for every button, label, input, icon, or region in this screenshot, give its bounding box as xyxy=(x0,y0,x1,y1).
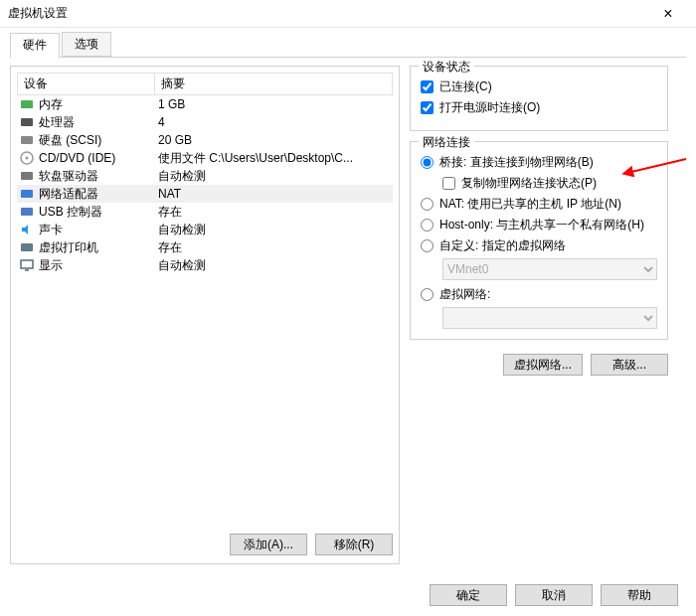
bridged-label: 桥接: 直接连接到物理网络(B) xyxy=(439,154,594,171)
table-header: 设备 摘要 xyxy=(17,73,393,95)
table-row[interactable]: 显示自动检测 xyxy=(17,256,393,274)
virtualnet-radio[interactable] xyxy=(421,288,434,301)
remove-button[interactable]: 移除(R) xyxy=(315,534,393,555)
hostonly-label: Host-only: 与主机共享一个私有网络(H) xyxy=(439,217,644,233)
device-name: 软盘驱动器 xyxy=(39,168,158,185)
bridged-radio[interactable] xyxy=(421,156,434,169)
device-name: USB 控制器 xyxy=(39,204,158,221)
device-summary: 20 GB xyxy=(158,133,391,147)
net-icon xyxy=(19,186,35,202)
device-summary: 1 GB xyxy=(158,97,391,111)
cancel-button[interactable]: 取消 xyxy=(515,584,593,606)
device-summary: 4 xyxy=(158,115,391,129)
device-summary: 存在 xyxy=(158,239,391,256)
printer-icon xyxy=(19,239,35,255)
title-bar: 虚拟机设置 × xyxy=(0,0,696,28)
svg-rect-0 xyxy=(21,100,33,108)
svg-rect-5 xyxy=(21,172,33,180)
table-row[interactable]: 虚拟打印机存在 xyxy=(17,238,393,256)
table-row[interactable]: 硬盘 (SCSI)20 GB xyxy=(17,131,393,149)
svg-rect-7 xyxy=(21,208,33,216)
connect-poweron-label: 打开电源时连接(O) xyxy=(439,99,540,116)
table-row[interactable]: CD/DVD (IDE)使用文件 C:\Users\User\Desktop\C… xyxy=(17,149,393,167)
help-button[interactable]: 帮助 xyxy=(601,584,678,606)
table-row[interactable]: 软盘驱动器自动检测 xyxy=(17,167,393,185)
device-name: 声卡 xyxy=(39,222,158,238)
window-title: 虚拟机设置 xyxy=(8,5,648,22)
custom-radio[interactable] xyxy=(421,239,434,252)
cpu-icon xyxy=(19,114,35,130)
device-rows: 内存1 GB处理器4硬盘 (SCSI)20 GBCD/DVD (IDE)使用文件… xyxy=(17,95,393,528)
memory-icon xyxy=(19,96,35,112)
connected-label: 已连接(C) xyxy=(439,78,492,95)
replicate-checkbox[interactable] xyxy=(442,177,455,190)
svg-rect-6 xyxy=(21,190,33,198)
floppy-icon xyxy=(19,168,35,184)
cd-icon xyxy=(19,150,35,166)
device-summary: 自动检测 xyxy=(158,257,391,274)
device-status-title: 设备状态 xyxy=(419,59,474,76)
device-name: CD/DVD (IDE) xyxy=(39,151,158,165)
tab-hardware[interactable]: 硬件 xyxy=(10,33,60,58)
device-summary: 自动检测 xyxy=(158,222,391,238)
svg-point-4 xyxy=(26,157,29,160)
device-name: 网络适配器 xyxy=(39,186,158,203)
device-status-group: 设备状态 已连接(C) 打开电源时连接(O) xyxy=(410,66,668,131)
device-name: 内存 xyxy=(39,96,158,113)
table-row[interactable]: 声卡自动检测 xyxy=(17,221,393,238)
table-row[interactable]: USB 控制器存在 xyxy=(17,203,393,221)
connected-checkbox[interactable] xyxy=(421,80,434,93)
virtualnet-label: 虚拟网络: xyxy=(439,286,490,303)
col-summary[interactable]: 摘要 xyxy=(154,73,393,95)
custom-label: 自定义: 指定的虚拟网络 xyxy=(439,237,566,254)
device-name: 处理器 xyxy=(39,114,158,131)
table-row[interactable]: 处理器4 xyxy=(17,113,393,131)
device-list-panel: 设备 摘要 内存1 GB处理器4硬盘 (SCSI)20 GBCD/DVD (ID… xyxy=(10,66,400,564)
svg-rect-8 xyxy=(21,243,33,251)
svg-rect-1 xyxy=(21,118,33,126)
nat-label: NAT: 使用已共享的主机 IP 地址(N) xyxy=(439,196,621,213)
virtualnet-select xyxy=(442,307,657,329)
table-row[interactable]: 网络适配器NAT xyxy=(17,185,393,203)
network-connection-title: 网络连接 xyxy=(419,134,474,151)
nat-radio[interactable] xyxy=(421,198,434,211)
connect-poweron-checkbox[interactable] xyxy=(421,101,434,114)
dialog-footer: 确定 取消 帮助 xyxy=(430,584,678,606)
disk-icon xyxy=(19,132,35,148)
add-button[interactable]: 添加(A)... xyxy=(230,534,307,555)
svg-rect-2 xyxy=(21,136,33,144)
tab-strip: 硬件 选项 xyxy=(10,32,686,58)
display-icon xyxy=(19,257,35,273)
hostonly-radio[interactable] xyxy=(421,219,434,231)
device-summary: 自动检测 xyxy=(158,168,391,185)
vmnet-select: VMnet0 xyxy=(442,258,657,280)
device-summary: NAT xyxy=(158,187,391,201)
advanced-button[interactable]: 高级... xyxy=(591,354,668,376)
col-device[interactable]: 设备 xyxy=(17,73,154,95)
close-icon[interactable]: × xyxy=(648,0,688,28)
sound-icon xyxy=(19,222,35,237)
replicate-label: 复制物理网络连接状态(P) xyxy=(461,175,597,192)
device-name: 显示 xyxy=(39,257,158,274)
tab-options[interactable]: 选项 xyxy=(62,32,111,57)
virtual-network-button[interactable]: 虚拟网络... xyxy=(503,354,583,376)
svg-rect-9 xyxy=(21,260,33,268)
device-name: 虚拟打印机 xyxy=(39,239,158,256)
device-name: 硬盘 (SCSI) xyxy=(39,132,158,149)
device-summary: 存在 xyxy=(158,204,391,221)
ok-button[interactable]: 确定 xyxy=(430,584,507,606)
table-row[interactable]: 内存1 GB xyxy=(17,95,393,113)
usb-icon xyxy=(19,204,35,220)
device-summary: 使用文件 C:\Users\User\Desktop\C... xyxy=(158,150,391,167)
network-connection-group: 网络连接 桥接: 直接连接到物理网络(B) 复制物理网络连接状态(P) NAT:… xyxy=(410,141,668,340)
